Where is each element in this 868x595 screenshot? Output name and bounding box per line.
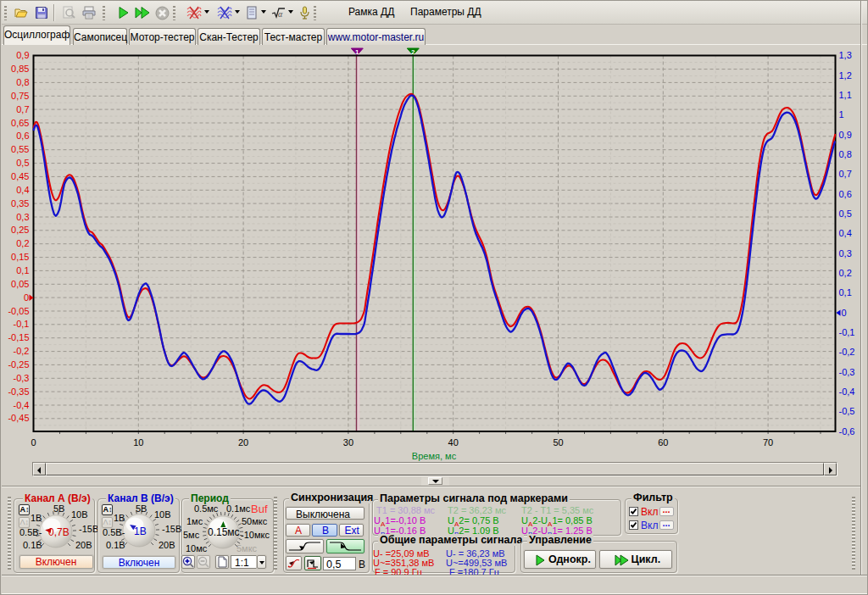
svg-text:-0,4: -0,4 [14,400,30,410]
svg-text:0,9: 0,9 [839,130,852,140]
svg-text:-0,2: -0,2 [839,347,855,357]
svg-text:-0,6: -0,6 [839,426,855,437]
svg-text:-0,4: -0,4 [839,386,855,397]
svg-text:0,85: 0,85 [11,64,29,74]
svg-text:70: 70 [763,437,773,448]
svg-text:0,1: 0,1 [16,265,29,275]
svg-text:0: 0 [24,292,29,303]
svg-text:0,8: 0,8 [839,149,852,159]
svg-text:1,1: 1,1 [839,90,852,100]
svg-text:-0,25: -0,25 [8,359,29,370]
svg-text:0,4: 0,4 [16,185,29,195]
svg-text:0,9: 0,9 [16,50,29,60]
svg-text:0,6: 0,6 [16,131,29,141]
svg-text:-0,3: -0,3 [14,373,30,383]
svg-text:60: 60 [658,437,668,448]
svg-text:Время, мс: Время, мс [412,451,457,461]
svg-text:0,5: 0,5 [839,209,852,219]
svg-text:20: 20 [238,437,248,448]
svg-text:-0,1: -0,1 [14,319,30,329]
svg-text:0,1: 0,1 [839,287,852,298]
svg-text:0,4: 0,4 [839,228,852,238]
svg-text:0,75: 0,75 [11,91,29,101]
svg-text:0,6: 0,6 [839,189,852,199]
svg-text:-0,1: -0,1 [839,327,855,337]
svg-text:0,15: 0,15 [11,252,29,262]
svg-text:-0,05: -0,05 [8,306,29,316]
svg-text:0,8: 0,8 [16,77,29,87]
svg-text:30: 30 [343,437,353,448]
svg-text:-0,45: -0,45 [8,413,29,423]
svg-text:-0,35: -0,35 [8,386,29,397]
svg-text:-0,15: -0,15 [8,332,29,342]
svg-text:-0,3: -0,3 [839,367,855,377]
svg-text:-0,5: -0,5 [839,406,855,416]
svg-text:-0,2: -0,2 [14,346,30,356]
svg-text:1: 1 [839,109,844,120]
svg-text:0,5: 0,5 [16,158,29,168]
svg-text:1: 1 [355,48,359,56]
svg-text:2: 2 [411,48,415,56]
svg-text:0,2: 0,2 [16,238,29,248]
svg-text:0,7: 0,7 [839,169,852,179]
svg-text:1,3: 1,3 [839,50,852,60]
svg-text:0,05: 0,05 [11,279,29,289]
svg-text:0,7: 0,7 [16,104,29,114]
svg-text:0,3: 0,3 [16,212,29,222]
svg-text:0,3: 0,3 [839,248,852,259]
svg-text:40: 40 [448,437,459,448]
svg-text:0,65: 0,65 [11,118,29,128]
svg-text:50: 50 [553,437,563,448]
svg-text:10: 10 [133,437,143,448]
svg-text:0: 0 [842,308,847,318]
svg-text:1,2: 1,2 [839,70,852,81]
svg-text:α: α [278,9,283,19]
svg-text:0,55: 0,55 [11,144,29,154]
svg-text:0,45: 0,45 [11,171,29,181]
svg-text:0: 0 [31,437,36,448]
svg-text:0,25: 0,25 [11,225,29,235]
svg-text:0,35: 0,35 [11,198,29,209]
svg-text:0,2: 0,2 [839,268,852,278]
